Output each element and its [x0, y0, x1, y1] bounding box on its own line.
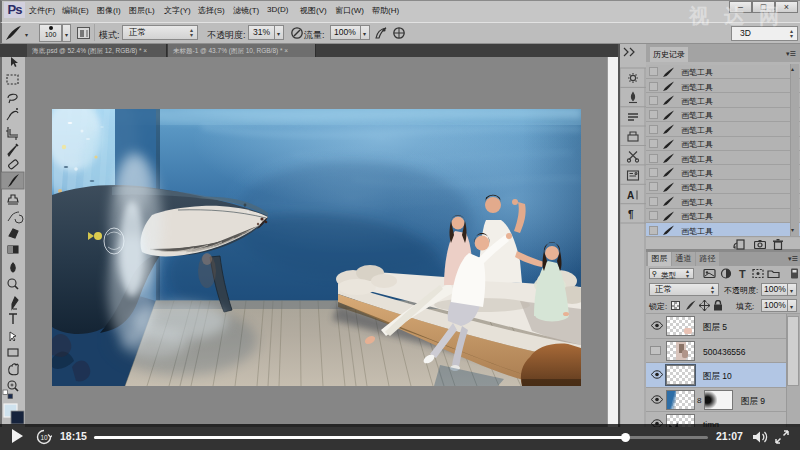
- svg-text:10: 10: [41, 434, 49, 441]
- svg-text:¶: ¶: [628, 209, 634, 220]
- svg-text:A: A: [627, 190, 634, 201]
- svg-text:T: T: [739, 268, 746, 279]
